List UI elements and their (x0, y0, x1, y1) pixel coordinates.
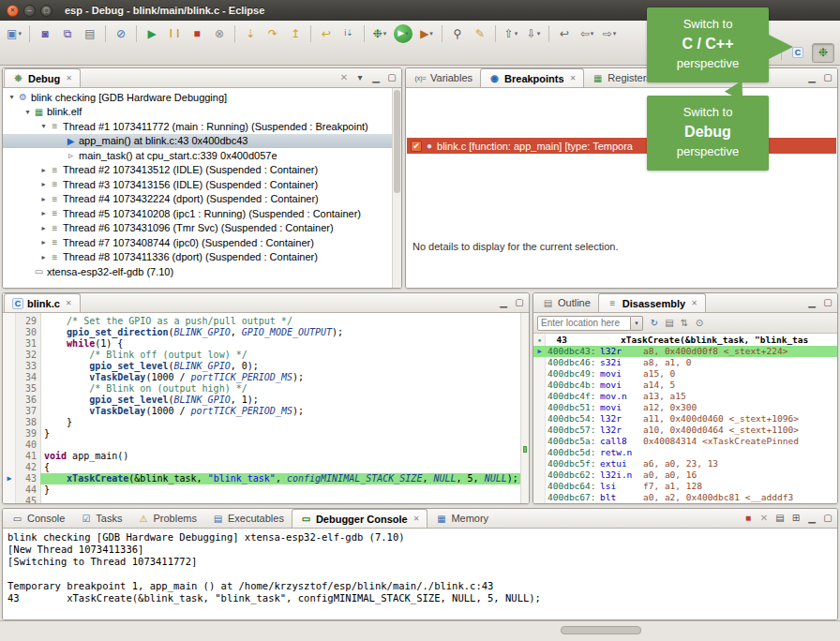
code-line[interactable]: 37 vTaskDelay(1000 / portTICK_PERIOD_MS)… (3, 406, 529, 417)
console-output[interactable]: blink checking [GDB Hardware Debugging] … (3, 529, 837, 619)
code-line[interactable]: 34 vTaskDelay(1000 / portTICK_PERIOD_MS)… (3, 372, 529, 383)
disasm-line[interactable]: 400dbc67:blta0, a2, 0x400dbc81 <__adddf3 (533, 492, 837, 503)
window-minimize-button[interactable] (23, 5, 36, 17)
debug-tree-item[interactable]: ▸≡Thread #5 1073410208 (ipc1 : Running) … (3, 206, 401, 221)
disasm-line[interactable]: 400dbc46:s32ia8, a1, 0 (533, 357, 837, 368)
disasm-line[interactable]: 400dbc49:movia15, 0 (533, 368, 837, 380)
instruction-stepping-button[interactable]: i⇣ (338, 23, 359, 44)
display-console-button[interactable]: ▤ (773, 511, 787, 525)
search-button[interactable]: ⚲ (447, 23, 468, 44)
code-line[interactable]: 30 gpio_set_direction(BLINK_GPIO, GPIO_M… (3, 327, 529, 338)
debug-tree-item[interactable]: ▹main_task() at cpu_start.c:339 0x400d05… (3, 148, 401, 163)
last-edit-location-button[interactable]: ↩ (554, 23, 575, 44)
disasm-line[interactable]: 400dbc4b:movia14, 5 (533, 380, 837, 391)
tab-console[interactable]: ▭Console (4, 509, 72, 528)
minimize-button[interactable]: ▁ (805, 70, 818, 84)
tab-breakpoints[interactable]: ◉Breakpoints✕ (480, 68, 584, 87)
code-line[interactable]: 40 (3, 440, 529, 451)
debug-tree-item[interactable]: ▸≡Thread #7 1073408744 (ipc0) (Suspended… (3, 235, 401, 250)
prev-annotation-button[interactable]: ⇧ (501, 23, 521, 44)
tab-blink-c[interactable]: Cblink.c✕ (4, 293, 81, 312)
external-tools-button[interactable]: ▶ (416, 23, 437, 44)
code-line[interactable]: 41void app_main() (3, 451, 529, 462)
minimize-button[interactable]: ▁ (805, 511, 818, 525)
code-line[interactable]: 31 while(1) { (3, 338, 529, 350)
code-line[interactable]: 36 gpio_set_level(BLINK_GPIO, 1); (3, 395, 529, 406)
code-line[interactable]: ▶43 xTaskCreate(&blink_task, "blink_task… (3, 473, 529, 484)
disassembly-listing[interactable]: ▪ 43 xTaskCreate(&blink_task, "blink_tas… (533, 334, 837, 503)
expander-icon[interactable]: ▸ (38, 209, 49, 217)
forward-button[interactable]: ⇨ (599, 23, 620, 44)
step-into-button[interactable]: ⇣ (240, 23, 261, 44)
maximize-button[interactable]: ▢ (821, 295, 834, 309)
debug-tree-item[interactable]: ▾≡Thread #1 1073411772 (main : Running) … (3, 119, 401, 134)
code-area[interactable]: 29 /* Set the GPIO as a push/pull output… (3, 313, 529, 503)
view-menu-button[interactable]: ▾ (353, 70, 367, 84)
code-line[interactable]: 42{ (3, 462, 529, 473)
debug-tree-item[interactable]: ▭xtensa-esp32-elf-gdb (7.10) (3, 264, 401, 279)
run-button[interactable]: ▶ (394, 24, 412, 43)
remove-terminated-button[interactable]: ✕ (338, 70, 351, 84)
debug-tree-item[interactable]: ▾⚙blink checking [GDB Hardware Debugging… (3, 90, 401, 105)
close-icon[interactable]: ✕ (66, 299, 72, 307)
debug-tree-item[interactable]: ▸≡Thread #4 1073432224 (dport) (Suspende… (3, 192, 401, 207)
debug-perspective-button[interactable]: ❉ (812, 43, 834, 63)
code-line[interactable]: 38 } (3, 417, 529, 428)
minimize-button[interactable]: ▁ (497, 295, 510, 309)
vertical-scrollbar[interactable] (392, 88, 401, 288)
expander-icon[interactable]: ▸ (38, 238, 49, 246)
disasm-line[interactable]: 400dbc54:l32ra11, 0x400d0460 <_stext+109… (533, 413, 837, 425)
code-line[interactable]: 44} (3, 484, 529, 496)
expander-icon[interactable]: ▸ (38, 253, 49, 261)
disasm-line[interactable]: 400dbc5a:call80x40084314 <xTaskCreatePin… (533, 436, 837, 447)
location-dropdown-icon[interactable]: ▾ (631, 316, 643, 331)
sync-selection-icon[interactable]: ⇅ (678, 316, 691, 330)
disconnect-button[interactable]: ⊗ (209, 23, 230, 44)
tab-memory[interactable]: ▦Memory (428, 509, 496, 528)
expander-icon[interactable]: ▾ (38, 122, 49, 130)
disasm-line[interactable]: 400dbc62:l32i.na0, a0, 16 (533, 470, 837, 481)
close-icon[interactable]: ✕ (413, 514, 420, 523)
window-maximize-button[interactable] (40, 5, 52, 17)
terminate-button[interactable]: ■ (187, 23, 207, 44)
code-line[interactable]: 29 /* Set the GPIO as a push/pull output… (3, 316, 529, 327)
debug-tree-item[interactable]: ▾▦blink.elf (3, 105, 401, 120)
remove-launch-button[interactable]: ✕ (758, 511, 771, 525)
breakpoint-checkbox[interactable] (411, 141, 422, 152)
tab-debug[interactable]: ❉Debug✕ (4, 68, 81, 87)
disasm-line[interactable]: 400dbc57:l32ra10, 0x400d0464 <_stext+110… (533, 425, 837, 436)
new-wizard-button[interactable]: ▣ (4, 23, 24, 44)
close-icon[interactable]: ✕ (691, 299, 698, 307)
close-icon[interactable]: ✕ (66, 74, 72, 82)
tab-problems[interactable]: ⚠Problems (129, 509, 203, 528)
expander-icon[interactable]: ▾ (7, 93, 17, 101)
disasm-line[interactable]: ▶400dbc43:l32ra8, 0x400d00f8 <_stext+224… (533, 346, 837, 357)
disasm-line[interactable]: 400dbc4f:mov.na13, a15 (533, 391, 837, 402)
debug-tree-item[interactable]: ▶app_main() at blink.c:43 0x400dbc43 (3, 134, 401, 149)
scrollbar-thumb[interactable] (394, 90, 400, 193)
horizontal-scrollbar[interactable] (561, 626, 641, 634)
suspend-button[interactable]: ❙❙ (164, 23, 185, 44)
maximize-button[interactable]: ▢ (821, 70, 834, 84)
back-button[interactable]: ⇦ (577, 23, 597, 44)
tab-executables[interactable]: ▤Executables (204, 509, 292, 528)
maximize-button[interactable]: ▢ (513, 295, 526, 309)
save-button[interactable]: ◙ (35, 23, 55, 44)
mark-occurrences-button[interactable]: ✎ (470, 23, 490, 44)
show-source-icon[interactable]: ▤ (663, 316, 676, 330)
overview-ruler[interactable] (520, 313, 529, 503)
expander-icon[interactable]: ▸ (38, 180, 49, 188)
code-line[interactable]: 35 /* Blink on (output high) */ (3, 383, 529, 395)
code-line[interactable]: 32 /* Blink off (output low) */ (3, 350, 529, 361)
disasm-source-line[interactable]: ▪ 43 xTaskCreate(&blink_task, "blink_tas (533, 335, 837, 346)
disasm-line[interactable]: 400dbc5f:extuia6, a0, 23, 13 (533, 458, 837, 470)
code-line[interactable]: 45 (3, 496, 529, 503)
debug-tree-item[interactable]: ▸≡Thread #3 1073413156 (IDLE) (Suspended… (3, 177, 401, 192)
debug-button[interactable]: ❉ (369, 23, 390, 44)
location-input[interactable] (537, 316, 631, 331)
drop-to-frame-button[interactable]: ↩ (316, 23, 337, 44)
expander-icon[interactable]: ▸ (38, 166, 49, 174)
code-line[interactable]: 33 gpio_set_level(BLINK_GPIO, 0); (3, 361, 529, 372)
lock-icon[interactable]: ⊙ (693, 316, 706, 330)
minimize-button[interactable]: ▁ (805, 295, 818, 309)
